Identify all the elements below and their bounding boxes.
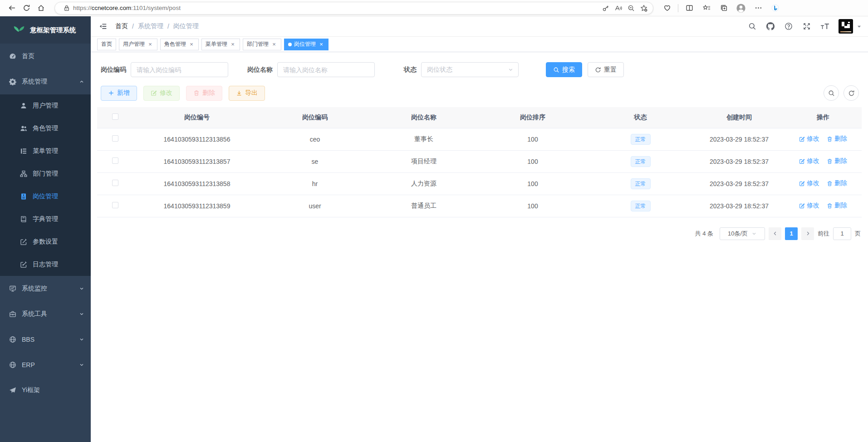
browser-profile-avatar[interactable] xyxy=(734,1,748,15)
trash-icon xyxy=(827,181,833,187)
row-edit-link[interactable]: 修改 xyxy=(799,135,819,143)
sidebar-item-system-monitor[interactable]: 系统监控 xyxy=(0,276,91,301)
goto-page-input[interactable] xyxy=(833,227,851,240)
system-mgmt-submenu: 用户管理 角色管理 菜单管理 部门管理 xyxy=(0,94,91,276)
read-aloud-icon[interactable] xyxy=(612,3,625,14)
row-edit-link[interactable]: 修改 xyxy=(799,157,819,165)
user-icon xyxy=(20,102,27,109)
tab-close-icon[interactable]: × xyxy=(271,41,277,48)
edit-square-icon xyxy=(20,238,27,246)
github-icon[interactable] xyxy=(766,22,775,31)
post-code-input[interactable] xyxy=(131,62,228,77)
tab-close-icon[interactable]: × xyxy=(230,41,236,48)
table-row[interactable]: 1641030593112313857 se 项目经理 100 正常 2023-… xyxy=(97,150,862,172)
tab-user-mgmt[interactable]: 用户管理 × xyxy=(119,39,157,50)
row-checkbox[interactable] xyxy=(112,157,118,164)
row-delete-link[interactable]: 删除 xyxy=(827,179,847,187)
sidebar-item-label: 用户管理 xyxy=(33,102,58,110)
url-text[interactable]: https://ccnetcore.com:1101/system/post xyxy=(73,5,599,11)
sidebar-item-log-mgmt[interactable]: 日志管理 xyxy=(0,253,91,276)
font-size-icon[interactable] xyxy=(820,22,829,31)
sidebar-item-post-mgmt[interactable]: 岗位管理 xyxy=(0,185,91,208)
row-delete-link[interactable]: 删除 xyxy=(827,135,847,143)
password-key-icon[interactable] xyxy=(599,3,612,14)
post-name-input[interactable] xyxy=(277,62,375,77)
browser-refresh-button[interactable] xyxy=(19,1,34,15)
tab-dept-mgmt[interactable]: 部门管理 × xyxy=(243,39,281,50)
table-row[interactable]: 1641030593112313859 user 普通员工 100 正常 202… xyxy=(97,195,862,217)
status-badge: 正常 xyxy=(631,156,651,167)
help-icon[interactable] xyxy=(784,22,793,31)
sidebar-item-dept-mgmt[interactable]: 部门管理 xyxy=(0,162,91,185)
select-all-checkbox[interactable] xyxy=(112,113,118,120)
browser-back-button[interactable] xyxy=(5,1,19,15)
tab-close-icon[interactable]: × xyxy=(188,41,195,48)
status-select[interactable]: 岗位状态 xyxy=(421,62,519,77)
sidebar-item-dict-mgmt[interactable]: 字典管理 xyxy=(0,208,91,231)
tab-role-mgmt[interactable]: 角色管理 × xyxy=(160,39,199,50)
bing-copilot-icon[interactable] xyxy=(768,1,782,15)
sidebar: 意框架管理系统 首页 系统管理 用户管理 xyxy=(0,16,91,442)
page-size-select[interactable]: 10条/页 xyxy=(720,227,765,240)
next-page-button[interactable] xyxy=(801,227,814,240)
favorites-bar-icon[interactable] xyxy=(699,1,714,15)
page-unit-label: 页 xyxy=(855,230,861,238)
row-checkbox[interactable] xyxy=(112,202,118,208)
search-button[interactable]: 搜索 xyxy=(546,62,582,77)
tab-close-icon[interactable]: × xyxy=(318,41,324,48)
browser-essentials-icon[interactable] xyxy=(660,1,674,15)
status-badge: 正常 xyxy=(631,134,651,145)
page-number-1[interactable]: 1 xyxy=(785,227,798,240)
refresh-table-button[interactable] xyxy=(843,85,859,101)
split-screen-icon[interactable] xyxy=(682,1,696,15)
browser-home-button[interactable] xyxy=(34,1,48,15)
export-button[interactable]: 导出 xyxy=(229,86,265,101)
edit-button[interactable]: 修改 xyxy=(143,86,180,101)
sidebar-item-system-mgmt[interactable]: 系统管理 xyxy=(0,69,91,94)
row-delete-link[interactable]: 删除 xyxy=(827,157,847,165)
sidebar-item-yi-framework[interactable]: Yi框架 xyxy=(0,378,91,403)
delete-button[interactable]: 删除 xyxy=(186,86,222,101)
reset-button[interactable]: 重置 xyxy=(588,62,624,77)
tab-close-icon[interactable]: × xyxy=(147,41,153,48)
sidebar-item-user-mgmt[interactable]: 用户管理 xyxy=(0,94,91,117)
add-favorite-star-icon[interactable] xyxy=(638,3,650,14)
lock-icon[interactable] xyxy=(60,3,73,14)
row-edit-link[interactable]: 修改 xyxy=(799,179,819,187)
collections-icon[interactable] xyxy=(716,1,731,15)
table-row[interactable]: 1641030593112313858 hr 人力资源 100 正常 2023-… xyxy=(97,172,862,195)
edit-button-label: 修改 xyxy=(160,89,172,97)
breadcrumb-home[interactable]: 首页 xyxy=(115,22,128,30)
tab-post-mgmt[interactable]: 岗位管理 × xyxy=(284,39,329,50)
add-button[interactable]: 新增 xyxy=(101,86,137,101)
user-menu[interactable] xyxy=(839,19,862,34)
app-logo[interactable]: 意框架管理系统 xyxy=(0,16,91,44)
row-edit-link[interactable]: 修改 xyxy=(799,201,819,210)
address-bar[interactable]: https://ccnetcore.com:1101/system/post xyxy=(54,2,653,15)
header-search-icon[interactable] xyxy=(748,22,757,31)
column-post-sort: 岗位排序 xyxy=(478,107,587,128)
sidebar-item-menu-mgmt[interactable]: 菜单管理 xyxy=(0,140,91,162)
fullscreen-icon[interactable] xyxy=(802,22,811,31)
sidebar-fold-icon[interactable] xyxy=(97,20,109,32)
tab-menu-mgmt[interactable]: 菜单管理 × xyxy=(201,39,240,50)
row-checkbox[interactable] xyxy=(112,180,118,186)
show-search-toggle-button[interactable] xyxy=(824,85,839,101)
sidebar-item-system-tools[interactable]: 系统工具 xyxy=(0,301,91,327)
sidebar-item-home[interactable]: 首页 xyxy=(0,44,91,69)
browser-settings-menu-icon[interactable] xyxy=(751,1,765,15)
cell-post-code: se xyxy=(260,150,369,172)
search-icon xyxy=(553,67,559,73)
sidebar-item-param-settings[interactable]: 参数设置 xyxy=(0,231,91,253)
book-icon xyxy=(20,216,27,223)
row-checkbox[interactable] xyxy=(112,135,118,142)
row-delete-link[interactable]: 删除 xyxy=(827,201,847,210)
zoom-out-icon[interactable] xyxy=(625,3,638,14)
table-row[interactable]: 1641030593112313856 ceo 董事长 100 正常 2023-… xyxy=(97,128,862,150)
sidebar-item-erp[interactable]: ERP xyxy=(0,352,91,378)
paper-plane-icon xyxy=(9,387,16,394)
sidebar-item-role-mgmt[interactable]: 角色管理 xyxy=(0,117,91,140)
tab-home[interactable]: 首页 xyxy=(97,39,116,50)
sidebar-item-bbs[interactable]: BBS xyxy=(0,327,91,352)
prev-page-button[interactable] xyxy=(769,227,781,240)
